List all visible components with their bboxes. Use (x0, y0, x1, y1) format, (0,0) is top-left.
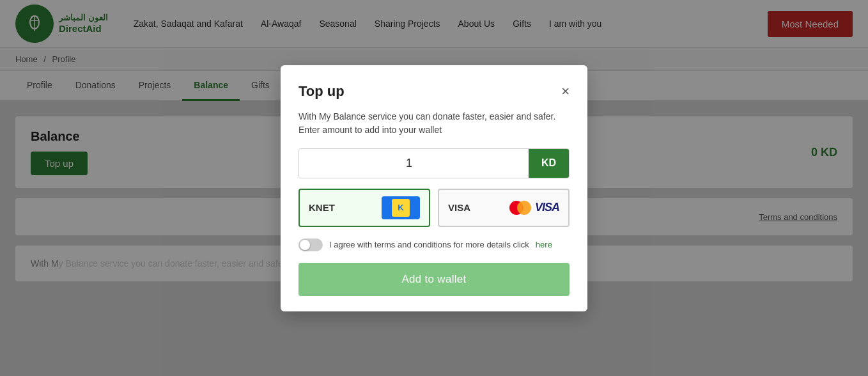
amount-row: KD (298, 148, 570, 178)
toggle-knob (300, 240, 310, 250)
modal-overlay[interactable]: Top up × With My Balance service you can… (0, 0, 868, 376)
knet-logo-icon: K (382, 196, 420, 219)
payment-options: KNET K VISA VISA (298, 189, 570, 227)
payment-visa[interactable]: VISA VISA (438, 189, 570, 227)
modal-title: Top up (298, 83, 345, 100)
payment-knet[interactable]: KNET K (298, 189, 430, 227)
add-to-wallet-button[interactable]: Add to wallet (298, 263, 570, 296)
amount-unit: KD (529, 149, 569, 178)
modal-description: With My Balance service you can donate f… (298, 110, 570, 137)
knet-label: KNET (309, 202, 335, 213)
mastercard-icon (509, 200, 532, 215)
modal-header: Top up × (298, 83, 570, 100)
visa-icon: VISA (535, 201, 559, 214)
visa-label: VISA (448, 202, 470, 213)
terms-agree-text: I agree with terms and conditions for mo… (329, 240, 529, 249)
modal-close-button[interactable]: × (561, 84, 570, 98)
terms-here-link[interactable]: here (536, 240, 552, 249)
topup-modal: Top up × With My Balance service you can… (281, 65, 587, 311)
visa-mc-logo: VISA (509, 200, 559, 215)
terms-row: I agree with terms and conditions for mo… (298, 239, 570, 251)
terms-toggle[interactable] (298, 239, 323, 251)
amount-input[interactable] (299, 149, 529, 178)
